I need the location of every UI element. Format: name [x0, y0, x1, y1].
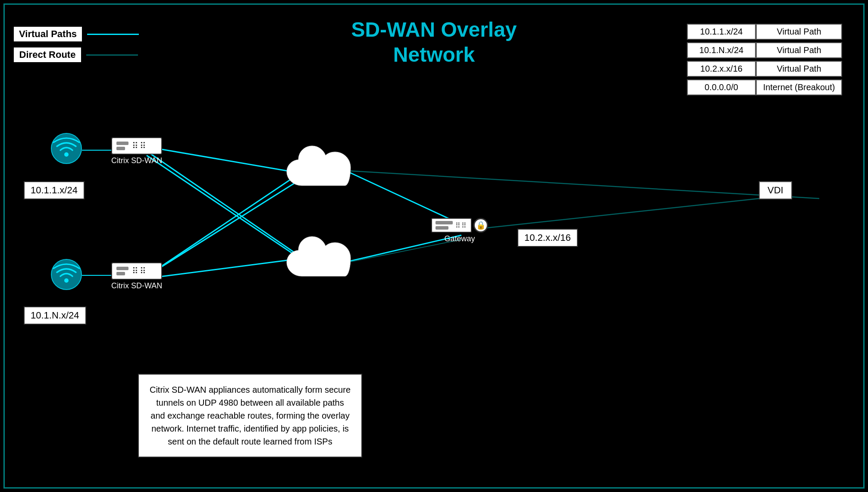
svg-point-14 — [64, 152, 69, 157]
route-type-3: Internet (Breakout) — [756, 79, 842, 95]
svg-line-4 — [341, 168, 461, 224]
gateway-device: ⠿⠿ 🔒 Gateway — [431, 218, 488, 243]
page-title: SD-WAN Overlay Network — [351, 17, 517, 67]
route-network-1: 10.1.N.x/24 — [687, 42, 756, 58]
legend-line-direct — [86, 54, 138, 56]
legend-item-virtual: Virtual Paths — [13, 26, 139, 42]
route-network-2: 10.2.x.x/16 — [687, 61, 756, 77]
svg-line-0 — [147, 147, 298, 173]
legend-item-direct: Direct Route — [13, 47, 139, 63]
route-row-0: 10.1.1.x/24 Virtual Path — [687, 24, 842, 40]
route-type-0: Virtual Path — [756, 24, 842, 40]
svg-line-9 — [147, 175, 298, 276]
svg-point-16 — [64, 278, 69, 283]
info-text: Citrix SD-WAN appliances automatically f… — [150, 385, 351, 446]
wifi-icon-1 — [51, 133, 82, 166]
sdwan-device-2: ⠿⠿ Citrix SD-WAN — [111, 262, 162, 290]
svg-line-1 — [147, 155, 298, 257]
route-row-3: 0.0.0.0/0 Internet (Breakout) — [687, 79, 842, 95]
cloud-2 — [280, 233, 358, 291]
vdi-label: VDI — [759, 181, 792, 199]
sdwan-device-1: ⠿⠿ Citrix SD-WAN — [111, 137, 162, 165]
subnet-label-gateway: 10.2.x.x/16 — [517, 229, 578, 247]
svg-line-6 — [343, 170, 819, 199]
sdwan-box-2: ⠿⠿ — [111, 262, 162, 280]
wifi-icon-2 — [51, 259, 82, 292]
subnet-label-2: 10.1.N.x/24 — [24, 306, 86, 325]
svg-line-2 — [147, 181, 298, 276]
sdwan-box-1: ⠿⠿ — [111, 137, 162, 155]
gateway-box: ⠿⠿ — [431, 218, 472, 233]
legend-line-virtual — [87, 34, 139, 35]
route-type-1: Virtual Path — [756, 42, 842, 58]
subnet-label-1: 10.1.1.x/24 — [24, 181, 85, 199]
lock-icon: 🔒 — [473, 218, 488, 233]
route-type-2: Virtual Path — [756, 61, 842, 77]
legend: Virtual Paths Direct Route — [13, 26, 139, 67]
legend-label-direct: Direct Route — [13, 47, 82, 63]
info-box: Citrix SD-WAN appliances automatically f… — [138, 374, 362, 457]
svg-line-8 — [147, 151, 298, 255]
legend-label-virtual: Virtual Paths — [13, 26, 83, 42]
route-row-2: 10.2.x.x/16 Virtual Path — [687, 61, 842, 77]
sdwan-label-2: Citrix SD-WAN — [111, 281, 162, 290]
cloud-1 — [280, 142, 358, 200]
route-row-1: 10.1.N.x/24 Virtual Path — [687, 42, 842, 58]
route-network-3: 0.0.0.0/0 — [687, 79, 756, 95]
svg-line-3 — [147, 259, 298, 278]
route-table: 10.1.1.x/24 Virtual Path 10.1.N.x/24 Vir… — [687, 24, 842, 98]
svg-line-12 — [479, 199, 759, 229]
route-network-0: 10.1.1.x/24 — [687, 24, 756, 40]
sdwan-label-1: Citrix SD-WAN — [111, 156, 162, 165]
gateway-label: Gateway — [431, 234, 488, 243]
